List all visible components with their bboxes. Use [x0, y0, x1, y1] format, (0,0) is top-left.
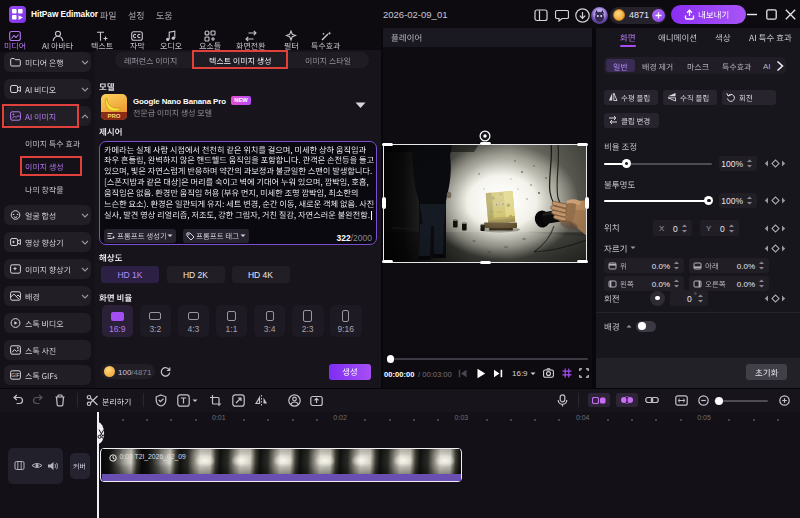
- svg-text:GIF: GIF: [11, 372, 19, 378]
